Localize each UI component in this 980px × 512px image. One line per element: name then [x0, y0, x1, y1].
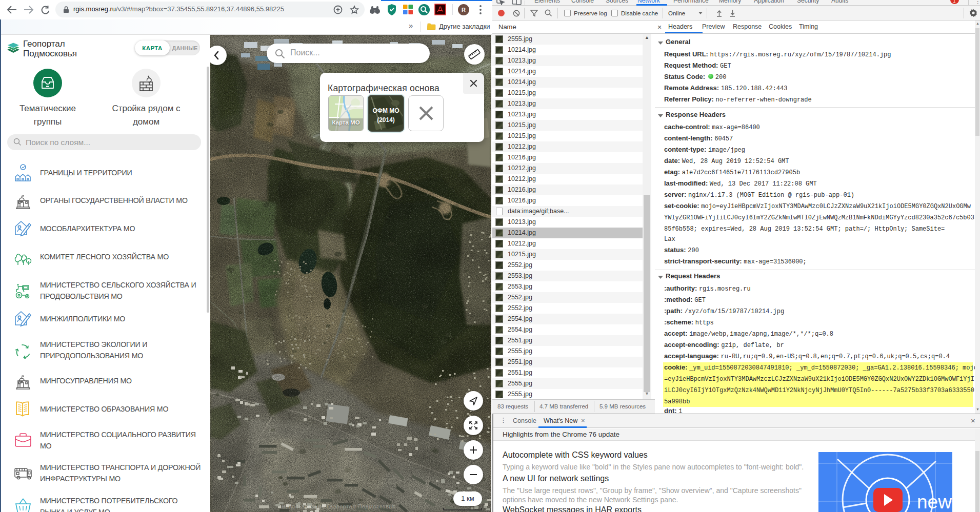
svg-text:R: R [462, 7, 466, 13]
svg-text:new: new [917, 491, 952, 512]
